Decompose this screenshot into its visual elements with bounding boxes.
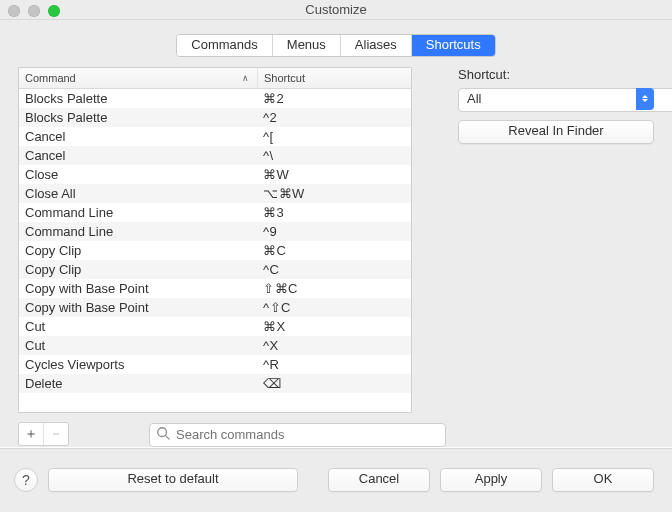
left-column: Command ∧ Shortcut Blocks Palette⌘2 Bloc…: [18, 67, 438, 447]
table-row[interactable]: Copy Clip⌘C: [19, 241, 411, 260]
customize-window: Customize Commands Menus Aliases Shortcu…: [0, 0, 672, 512]
shortcut-filter-label: Shortcut:: [458, 67, 654, 82]
table-row[interactable]: Copy Clip^C: [19, 260, 411, 279]
table-row[interactable]: [19, 393, 411, 412]
content-area: Command ∧ Shortcut Blocks Palette⌘2 Bloc…: [0, 67, 672, 447]
shortcut-filter-select[interactable]: All: [458, 88, 654, 110]
ok-button[interactable]: OK: [552, 468, 654, 492]
minimize-window-icon[interactable]: [28, 5, 40, 17]
help-icon: ?: [22, 472, 30, 488]
apply-button[interactable]: Apply: [440, 468, 542, 492]
table-row[interactable]: Blocks Palette⌘2: [19, 89, 411, 108]
titlebar: Customize: [0, 0, 672, 20]
table-toolbar: ＋ －: [18, 421, 410, 447]
table-row[interactable]: Blocks Palette^2: [19, 108, 411, 127]
footer: ? Reset to default Cancel Apply OK: [0, 447, 672, 512]
table-body: Blocks Palette⌘2 Blocks Palette^2 Cancel…: [19, 89, 411, 412]
minus-icon: －: [49, 425, 63, 443]
table-row[interactable]: Copy with Base Point⇧⌘C: [19, 279, 411, 298]
help-button[interactable]: ?: [14, 468, 38, 492]
table-row[interactable]: Cycles Viewports^R: [19, 355, 411, 374]
column-header-shortcut[interactable]: Shortcut: [258, 68, 411, 88]
column-header-command[interactable]: Command ∧: [19, 68, 258, 88]
tabs-row: Commands Menus Aliases Shortcuts: [0, 20, 672, 67]
plus-icon: ＋: [24, 425, 38, 443]
select-stepper-icon: [636, 88, 654, 110]
search-input[interactable]: [149, 423, 446, 447]
tab-menus[interactable]: Menus: [273, 35, 341, 56]
sort-ascending-icon: ∧: [242, 73, 249, 83]
search-field[interactable]: [149, 423, 410, 445]
column-header-shortcut-label: Shortcut: [264, 72, 305, 84]
table-row[interactable]: Command Line^9: [19, 222, 411, 241]
table-row[interactable]: Cancel^[: [19, 127, 411, 146]
add-button[interactable]: ＋: [19, 423, 43, 445]
tab-shortcuts[interactable]: Shortcuts: [412, 35, 495, 56]
close-window-icon[interactable]: [8, 5, 20, 17]
table-row[interactable]: Copy with Base Point^⇧C: [19, 298, 411, 317]
table-row[interactable]: Cut^X: [19, 336, 411, 355]
tab-commands[interactable]: Commands: [177, 35, 272, 56]
table-row[interactable]: Delete⌫: [19, 374, 411, 393]
window-title: Customize: [305, 2, 366, 17]
svg-line-1: [166, 435, 170, 439]
table-row[interactable]: Cut⌘X: [19, 317, 411, 336]
search-icon: [156, 426, 170, 443]
column-header-command-label: Command: [25, 72, 76, 84]
add-remove-group: ＋ －: [18, 422, 69, 446]
table-row[interactable]: Cancel^\: [19, 146, 411, 165]
table-row[interactable]: Command Line⌘3: [19, 203, 411, 222]
window-controls: [8, 5, 60, 17]
table-header: Command ∧ Shortcut: [19, 68, 411, 89]
shortcuts-table: Command ∧ Shortcut Blocks Palette⌘2 Bloc…: [18, 67, 412, 413]
table-row[interactable]: Close All⌥⌘W: [19, 184, 411, 203]
reset-to-default-button[interactable]: Reset to default: [48, 468, 298, 492]
remove-button[interactable]: －: [43, 423, 68, 445]
right-column: Shortcut: All Reveal In Finder: [458, 67, 654, 447]
cancel-button[interactable]: Cancel: [328, 468, 430, 492]
zoom-window-icon[interactable]: [48, 5, 60, 17]
segmented-tabs: Commands Menus Aliases Shortcuts: [176, 34, 495, 57]
reveal-in-finder-button[interactable]: Reveal In Finder: [458, 120, 654, 144]
tab-aliases[interactable]: Aliases: [341, 35, 412, 56]
table-row[interactable]: Close⌘W: [19, 165, 411, 184]
